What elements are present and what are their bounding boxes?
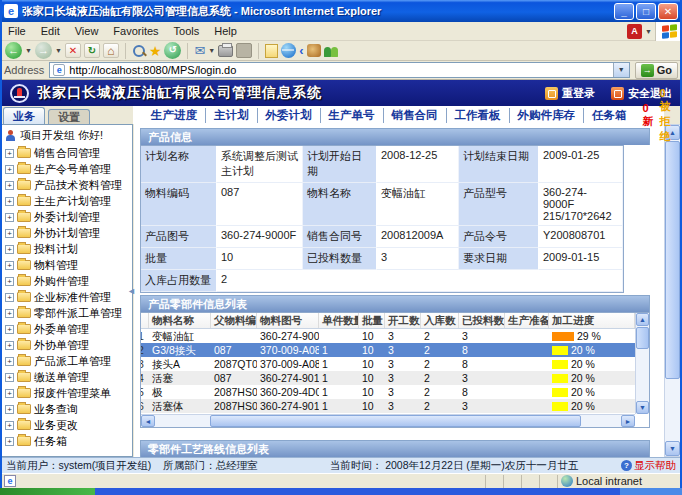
nav-sales-contract[interactable]: 销售合同	[383, 108, 446, 123]
menu-view[interactable]: View	[75, 25, 99, 37]
scroll-thumb[interactable]	[636, 327, 649, 349]
table-row[interactable]: 6活塞体2087HS002360-274-9011W11032320 %	[141, 399, 635, 413]
msn-globe-icon[interactable]	[281, 43, 296, 58]
history-icon[interactable]: ↺	[164, 42, 181, 59]
sidebar-item-business-query[interactable]: +业务查询	[2, 401, 132, 417]
sidebar-item-sales-contract[interactable]: +销售合同管理	[2, 145, 132, 161]
sidebar-item-tech-data[interactable]: +产品技术资料管理	[2, 177, 132, 193]
search-icon[interactable]	[132, 44, 146, 58]
nav-outsource-plan[interactable]: 外委计划	[257, 108, 320, 123]
main-vscrollbar[interactable]: ▲ ▼	[664, 124, 681, 457]
expand-icon[interactable]: +	[5, 197, 14, 206]
sidebar-item-master-plan[interactable]: +主生产计划管理	[2, 193, 132, 209]
sidebar-item-coop-order[interactable]: +外协单管理	[2, 337, 132, 353]
expand-icon[interactable]: +	[5, 293, 14, 302]
expand-icon[interactable]: +	[5, 277, 14, 286]
nav-production-progress[interactable]: 生产进度	[143, 108, 205, 123]
badge-new[interactable]: 0新	[643, 102, 654, 129]
expand-icon[interactable]: +	[5, 325, 14, 334]
expand-icon[interactable]: +	[5, 229, 14, 238]
mail-icon[interactable]: ✉	[194, 43, 205, 58]
expand-icon[interactable]: +	[5, 261, 14, 270]
sidebar-item-business-change[interactable]: +业务更改	[2, 417, 132, 433]
sidebar-item-material-mgmt[interactable]: +物料管理	[2, 257, 132, 273]
sidebar-item-outsource-order[interactable]: +外委单管理	[2, 321, 132, 337]
nav-work-board[interactable]: 工作看板	[446, 108, 509, 123]
favorites-icon[interactable]: ★	[149, 43, 162, 59]
expand-icon[interactable]: +	[5, 357, 14, 366]
scroll-down-icon[interactable]: ▼	[665, 441, 680, 456]
edit-icon[interactable]	[236, 43, 252, 58]
sidebar-item-parts-dispatch[interactable]: +零部件派工单管理	[2, 305, 132, 321]
show-help-link[interactable]: ?显示帮助	[621, 459, 676, 473]
menu-tools[interactable]: Tools	[174, 25, 200, 37]
nav-task-box[interactable]: 任务箱	[583, 108, 635, 123]
table-row[interactable]: 3接头A2087QT002370-009-A085011032820 %	[141, 357, 635, 371]
tab-settings[interactable]: 设置	[48, 109, 90, 124]
menu-favorites[interactable]: Favorites	[113, 25, 158, 37]
menu-edit[interactable]: Edit	[41, 25, 60, 37]
scroll-down-icon[interactable]: ▼	[636, 401, 649, 414]
expand-icon[interactable]: +	[5, 245, 14, 254]
messenger-icon[interactable]: ‹	[299, 43, 303, 58]
back-dropdown-icon[interactable]: ▼	[25, 47, 32, 54]
address-input[interactable]: e http://localhost:8080/MPS/login.do ▼	[49, 62, 629, 78]
nav-master-plan[interactable]: 主计划	[205, 108, 257, 123]
people-icon[interactable]	[324, 44, 339, 57]
parts-table-hscrollbar[interactable]: ◄ ►	[141, 414, 635, 427]
parts-table-vscrollbar[interactable]: ▲ ▼	[635, 313, 649, 414]
expand-icon[interactable]: +	[5, 437, 14, 446]
start-button[interactable]	[0, 488, 95, 495]
address-dropdown-icon[interactable]: ▼	[613, 63, 629, 77]
close-button[interactable]: ✕	[658, 3, 678, 20]
sidebar-item-feeding-plan[interactable]: +投料计划	[2, 241, 132, 257]
menu-file[interactable]: File	[8, 25, 26, 37]
sidebar-item-purchased-parts[interactable]: +外购件管理	[2, 273, 132, 289]
nav-production-order[interactable]: 生产单号	[320, 108, 383, 123]
expand-icon[interactable]: +	[5, 181, 14, 190]
scroll-right-icon[interactable]: ►	[621, 415, 635, 427]
discuss-icon[interactable]	[265, 44, 278, 58]
scroll-up-icon[interactable]: ▲	[636, 313, 649, 326]
table-row[interactable]: 1变幅油缸360-274-9000F1032329 %	[141, 329, 635, 343]
badge-rejected[interactable]: 0被拒绝	[660, 87, 671, 144]
scroll-thumb[interactable]	[665, 141, 680, 379]
expand-icon[interactable]: +	[5, 405, 14, 414]
expand-icon[interactable]: +	[5, 213, 14, 222]
expand-icon[interactable]: +	[5, 149, 14, 158]
expand-icon[interactable]: +	[5, 421, 14, 430]
forward-dropdown-icon[interactable]: ▼	[55, 47, 62, 54]
splitter-collapse-icon[interactable]: ◄	[127, 286, 136, 296]
print-icon[interactable]	[218, 45, 233, 57]
forward-button[interactable]: →	[35, 42, 52, 59]
table-row-selected[interactable]: 2G3/8接头087370-009-A084011032820 %	[141, 343, 635, 357]
stop-button[interactable]: ✕	[65, 43, 81, 58]
scroll-thumb[interactable]	[210, 415, 581, 427]
sidebar-item-standard-parts[interactable]: +企业标准件管理	[2, 289, 132, 305]
sidebar-item-outsource-plan[interactable]: +外委计划管理	[2, 209, 132, 225]
go-button[interactable]: → Go	[635, 62, 678, 79]
pdf-toolbar-icon[interactable]: A	[627, 24, 642, 39]
refresh-button[interactable]: ↻	[84, 43, 100, 58]
table-row[interactable]: 5极2087HS002360-209-4D01011032820 %	[141, 385, 635, 399]
expand-icon[interactable]: +	[5, 389, 14, 398]
research-icon[interactable]	[307, 44, 321, 57]
sidebar-item-task-box[interactable]: +任务箱	[2, 433, 132, 449]
expand-icon[interactable]: +	[5, 341, 14, 350]
chevron-down-icon[interactable]: ▼	[645, 28, 652, 35]
mail-dropdown-icon[interactable]: ▼	[208, 47, 215, 54]
expand-icon[interactable]: +	[5, 373, 14, 382]
relogin-button[interactable]: 重登录	[545, 86, 595, 101]
table-row[interactable]: 4活塞087360-274-9010F11032320 %	[141, 371, 635, 385]
minimize-button[interactable]: _	[614, 3, 634, 20]
expand-icon[interactable]: +	[5, 309, 14, 318]
sidebar-item-product-dispatch[interactable]: +产品派工单管理	[2, 353, 132, 369]
sidebar-item-production-order[interactable]: +生产令号单管理	[2, 161, 132, 177]
tab-business[interactable]: 业务	[3, 107, 45, 124]
sidebar-item-coop-plan[interactable]: +外协计划管理	[2, 225, 132, 241]
menu-help[interactable]: Help	[214, 25, 237, 37]
expand-icon[interactable]: +	[5, 165, 14, 174]
sidebar-item-delivery-note[interactable]: +缴送单管理	[2, 369, 132, 385]
nav-purchased-stock[interactable]: 外购件库存	[509, 108, 584, 123]
scroll-left-icon[interactable]: ◄	[141, 415, 155, 427]
